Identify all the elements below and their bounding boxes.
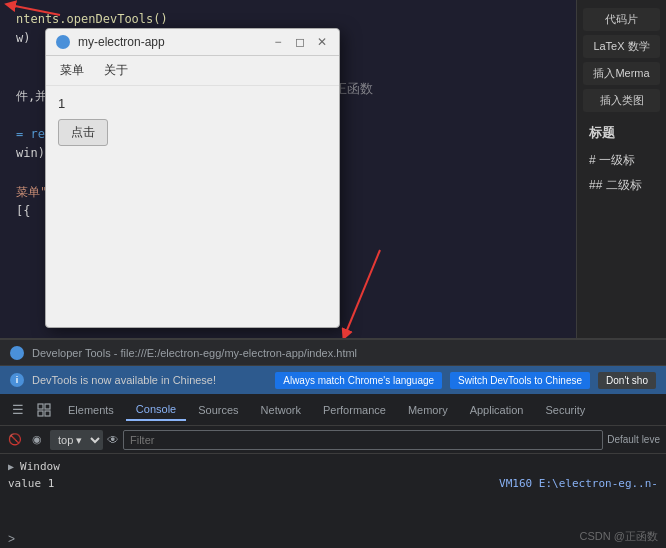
svg-point-2 [59, 38, 67, 46]
right-sidebar: 代码片 LaTeX 数学 插入Merma 插入类图 标题 # 一级标 ## 二级… [576, 0, 666, 380]
menu-item-menu[interactable]: 菜单 [56, 60, 88, 81]
tab-security[interactable]: Security [535, 400, 595, 420]
infobar-dismiss-button[interactable]: Don't sho [598, 372, 656, 389]
maximize-button[interactable]: ◻ [293, 35, 307, 49]
electron-window-title: my-electron-app [78, 35, 165, 49]
tab-network[interactable]: Network [251, 400, 311, 420]
console-bottom: > [0, 530, 666, 548]
svg-rect-6 [45, 411, 50, 416]
code-line-1: ntents.openDevTools() [16, 10, 564, 29]
console-window-text: Window [20, 460, 60, 473]
devtools-toolbar: 🚫 ◉ top ▾ 👁 Default leve [0, 426, 666, 454]
info-icon: i [10, 373, 24, 387]
tab-performance[interactable]: Performance [313, 400, 396, 420]
electron-app-window: my-electron-app − ◻ ✕ 菜单 关于 1 点击 [45, 28, 340, 328]
devtools-infobar: i DevTools is now available in Chinese! … [0, 366, 666, 394]
sidebar-item-code-snippet[interactable]: 代码片 [583, 8, 660, 31]
click-button[interactable]: 点击 [58, 119, 108, 146]
filter-input[interactable] [123, 430, 603, 450]
devtools-titlebar: Developer Tools - file:///E:/electron-eg… [0, 340, 666, 366]
svg-rect-5 [38, 411, 43, 416]
close-button[interactable]: ✕ [315, 35, 329, 49]
sidebar-item-mermaid[interactable]: 插入Merma [583, 62, 660, 85]
devtools-tabs-bar: ☰ Elements Console Sources Network Perfo… [0, 394, 666, 426]
sidebar-item-latex[interactable]: LaTeX 数学 [583, 35, 660, 58]
infobar-text: DevTools is now available in Chinese! [32, 374, 267, 386]
filter-icon[interactable]: ◉ [28, 431, 46, 449]
console-prompt-icon: > [8, 532, 15, 546]
devtools-favicon-icon [10, 346, 24, 360]
electron-content-number: 1 [58, 96, 327, 111]
sidebar-heading-h1: # 一级标 [583, 150, 660, 171]
devtools-menu-icon[interactable]: ☰ [6, 398, 30, 422]
svg-rect-4 [45, 404, 50, 409]
menu-item-about[interactable]: 关于 [100, 60, 132, 81]
default-level-label: Default leve [607, 434, 660, 445]
electron-app-icon [56, 35, 70, 49]
console-value-text: value 1 [8, 477, 54, 490]
sidebar-heading-title: 标题 [583, 116, 660, 146]
tab-memory[interactable]: Memory [398, 400, 458, 420]
electron-title-left: my-electron-app [56, 35, 165, 49]
console-line-value: value 1 VM160 E:\electron-eg..n- [8, 475, 658, 492]
eye-icon[interactable]: 👁 [107, 433, 119, 447]
electron-menubar: 菜单 关于 [46, 56, 339, 86]
devtools-console: ▶ Window value 1 VM160 E:\electron-eg..n… [0, 454, 666, 530]
tab-sources[interactable]: Sources [188, 400, 248, 420]
devtools-inspect-icon[interactable] [32, 398, 56, 422]
sidebar-item-classdiag[interactable]: 插入类图 [583, 89, 660, 112]
clear-console-icon[interactable]: 🚫 [6, 431, 24, 449]
sidebar-heading-h2: ## 二级标 [583, 175, 660, 196]
tab-console[interactable]: Console [126, 399, 186, 421]
devtools-title-text: Developer Tools - file:///E:/electron-eg… [32, 347, 357, 359]
electron-titlebar: my-electron-app − ◻ ✕ [46, 29, 339, 56]
context-select[interactable]: top ▾ [50, 430, 103, 450]
devtools-panel: Developer Tools - file:///E:/electron-eg… [0, 338, 666, 548]
svg-rect-3 [38, 404, 43, 409]
titlebar-controls: − ◻ ✕ [271, 35, 329, 49]
console-source-link[interactable]: VM160 E:\electron-eg..n- [499, 477, 658, 490]
console-input[interactable] [19, 533, 658, 546]
electron-content: 1 点击 [46, 86, 339, 156]
infobar-match-language-button[interactable]: Always match Chrome's language [275, 372, 442, 389]
expand-icon[interactable]: ▶ [8, 461, 14, 472]
console-line-window: ▶ Window [8, 458, 658, 475]
infobar-switch-chinese-button[interactable]: Switch DevTools to Chinese [450, 372, 590, 389]
minimize-button[interactable]: − [271, 35, 285, 49]
tab-elements[interactable]: Elements [58, 400, 124, 420]
tab-application[interactable]: Application [460, 400, 534, 420]
